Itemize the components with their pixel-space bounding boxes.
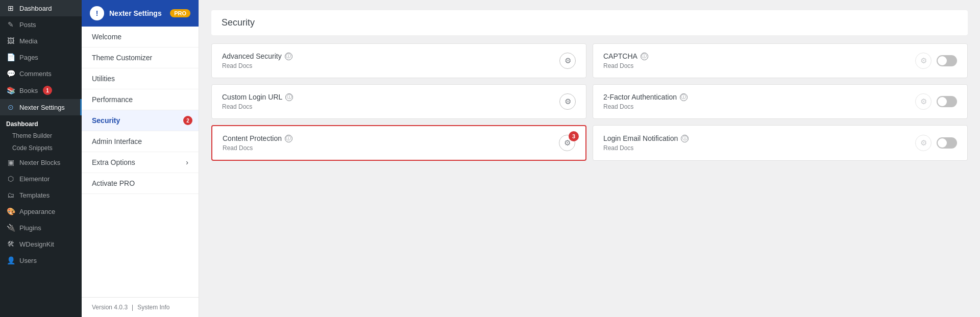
toggle-2fa[interactable] <box>937 96 957 107</box>
info-icon-advanced-security[interactable]: ⓘ <box>285 53 292 60</box>
nexter-menu-activate-pro[interactable]: Activate PRO <box>82 173 199 194</box>
version-label: Version 4.0.3 <box>92 304 128 311</box>
security-nav-badge: 2 <box>183 116 192 125</box>
card-left: Content Protection ⓘ Read Docs <box>223 134 292 152</box>
nexter-panel-title: Nexter Settings <box>109 9 165 17</box>
nexter-footer: Version 4.0.3 | System Info <box>82 297 199 317</box>
card-name-2fa: 2-Factor Authentication ⓘ <box>603 93 688 101</box>
card-name-content-protection: Content Protection ⓘ <box>223 134 292 142</box>
sidebar-item-users[interactable]: 👤 Users <box>0 252 82 269</box>
card-name-advanced-security: Advanced Security ⓘ <box>222 52 292 60</box>
sidebar-item-media[interactable]: 🖼 Media <box>0 33 82 49</box>
gear-button-login-email-notification[interactable]: ⚙ <box>915 135 932 151</box>
system-info-link[interactable]: System Info <box>137 304 169 311</box>
card-link-2fa[interactable]: Read Docs <box>603 103 688 110</box>
card-name-captcha: CAPTCHA ⓘ <box>603 52 648 60</box>
arrow-icon: › <box>186 158 188 166</box>
card-link-login-email-notification[interactable]: Read Docs <box>603 144 689 152</box>
card-right: ⚙ <box>559 53 576 69</box>
card-left: Advanced Security ⓘ Read Docs <box>222 52 292 69</box>
card-left: CAPTCHA ⓘ Read Docs <box>603 52 648 69</box>
sidebar-sub-item-theme-builder[interactable]: Theme Builder <box>0 130 82 142</box>
nexter-blocks-icon: ▣ <box>6 158 15 166</box>
nexter-menu-extra-options[interactable]: Extra Options › <box>82 152 199 173</box>
card-content-protection: Content Protection ⓘ Read Docs ⚙ 3 <box>211 125 586 161</box>
card-link-captcha[interactable]: Read Docs <box>603 62 648 69</box>
card-left: 2-Factor Authentication ⓘ Read Docs <box>603 93 688 110</box>
card-right-login-email-notification: ⚙ <box>915 135 957 151</box>
card-login-email-notification: Login Email Notification ⓘ Read Docs ⚙ <box>593 125 968 161</box>
toggle-captcha[interactable] <box>937 55 957 66</box>
sidebar-item-plugins[interactable]: 🔌 Plugins <box>0 220 82 236</box>
info-icon-custom-login-url[interactable]: ⓘ <box>285 93 293 101</box>
info-icon-2fa[interactable]: ⓘ <box>680 93 688 101</box>
card-advanced-security: Advanced Security ⓘ Read Docs ⚙ <box>211 43 586 78</box>
sidebar-item-posts[interactable]: ✎ Posts <box>0 16 82 33</box>
gear-button-content-protection[interactable]: ⚙ 3 <box>559 135 575 151</box>
card-link-custom-login-url[interactable]: Read Docs <box>222 103 293 110</box>
sidebar-item-nexter-settings[interactable]: ⊙ Nexter Settings <box>0 99 82 115</box>
nexter-header: ! Nexter Settings PRO <box>82 0 199 27</box>
card-right-content-protection: ⚙ 3 <box>559 135 575 151</box>
footer-separator: | <box>132 304 133 311</box>
nexter-settings-panel: ! Nexter Settings PRO Welcome Theme Cust… <box>82 0 199 317</box>
dashboard-section-title: Dashboard <box>0 115 82 130</box>
gear-button-captcha[interactable]: ⚙ <box>915 53 932 69</box>
sidebar-item-nexter-blocks[interactable]: ▣ Nexter Blocks <box>0 154 82 170</box>
users-icon: 👤 <box>6 256 15 264</box>
sidebar-sub-item-code-snippets[interactable]: Code Snippets <box>0 142 82 154</box>
card-name-custom-login-url: Custom Login URL ⓘ <box>222 93 293 101</box>
gear-button-advanced-security[interactable]: ⚙ <box>559 53 576 69</box>
sidebar-item-comments[interactable]: 💬 Comments <box>0 65 82 82</box>
elementor-icon: ⬡ <box>6 175 15 183</box>
card-left: Login Email Notification ⓘ Read Docs <box>603 134 689 152</box>
card-custom-login-url: Custom Login URL ⓘ Read Docs ⚙ <box>211 84 586 119</box>
card-link-content-protection[interactable]: Read Docs <box>223 144 292 152</box>
card-captcha: CAPTCHA ⓘ Read Docs ⚙ <box>593 43 968 78</box>
plugins-icon: 🔌 <box>6 224 15 232</box>
books-icon: 📚 <box>6 86 15 94</box>
sidebar-item-books[interactable]: 📚 Books 1 <box>0 82 82 99</box>
info-icon-login-email-notification[interactable]: ⓘ <box>681 135 689 142</box>
templates-icon: 🗂 <box>6 191 15 199</box>
nexter-menu-utilities[interactable]: Utilities <box>82 68 199 89</box>
nexter-menu-welcome[interactable]: Welcome <box>82 27 199 47</box>
nexter-menu-security[interactable]: Security 2 <box>82 110 199 131</box>
sidebar: ⊞ Dashboard ✎ Posts 🖼 Media 📄 Pages 💬 Co… <box>0 0 82 317</box>
card-right-captcha: ⚙ <box>915 53 957 69</box>
appearance-icon: 🎨 <box>6 207 15 215</box>
nexter-logo: ! <box>90 6 104 20</box>
security-page-title: Security <box>211 10 968 35</box>
card-link-advanced-security[interactable]: Read Docs <box>222 62 292 69</box>
card-name-login-email-notification: Login Email Notification ⓘ <box>603 134 689 142</box>
pro-badge: PRO <box>170 9 190 17</box>
media-icon: 🖼 <box>6 37 15 45</box>
sidebar-item-appearance[interactable]: 🎨 Appearance <box>0 203 82 220</box>
nexter-menu-admin-interface[interactable]: Admin Interface <box>82 131 199 152</box>
sidebar-item-dashboard[interactable]: ⊞ Dashboard <box>0 0 82 16</box>
gear-button-custom-login-url[interactable]: ⚙ <box>559 93 576 110</box>
security-content: Security Advanced Security ⓘ Read Docs ⚙ <box>199 0 980 317</box>
nexter-menu-theme-customizer[interactable]: Theme Customizer <box>82 47 199 68</box>
card-left: Custom Login URL ⓘ Read Docs <box>222 93 293 110</box>
security-cards-grid: Advanced Security ⓘ Read Docs ⚙ CAPTCHA … <box>211 43 968 161</box>
gear-button-2fa[interactable]: ⚙ <box>915 93 932 110</box>
sidebar-item-elementor[interactable]: ⬡ Elementor <box>0 170 82 187</box>
books-badge: 1 <box>43 86 52 95</box>
posts-icon: ✎ <box>6 20 15 29</box>
nexter-settings-icon: ⊙ <box>6 103 15 111</box>
card-right-2fa: ⚙ <box>915 93 957 110</box>
sidebar-item-templates[interactable]: 🗂 Templates <box>0 187 82 203</box>
sidebar-item-wdesignkit[interactable]: 🛠 WDesignKit <box>0 236 82 252</box>
info-icon-content-protection[interactable]: ⓘ <box>285 135 292 142</box>
nexter-menu-performance[interactable]: Performance <box>82 89 199 110</box>
info-icon-captcha[interactable]: ⓘ <box>641 53 648 60</box>
dashboard-icon: ⊞ <box>6 4 15 12</box>
wdesignkit-icon: 🛠 <box>6 240 15 248</box>
comments-icon: 💬 <box>6 69 15 78</box>
card-right-custom-login-url: ⚙ <box>559 93 576 110</box>
main-content: ! Nexter Settings PRO Welcome Theme Cust… <box>82 0 980 317</box>
card-2fa: 2-Factor Authentication ⓘ Read Docs ⚙ <box>593 84 968 119</box>
sidebar-item-pages[interactable]: 📄 Pages <box>0 49 82 65</box>
toggle-login-email-notification[interactable] <box>937 137 957 149</box>
